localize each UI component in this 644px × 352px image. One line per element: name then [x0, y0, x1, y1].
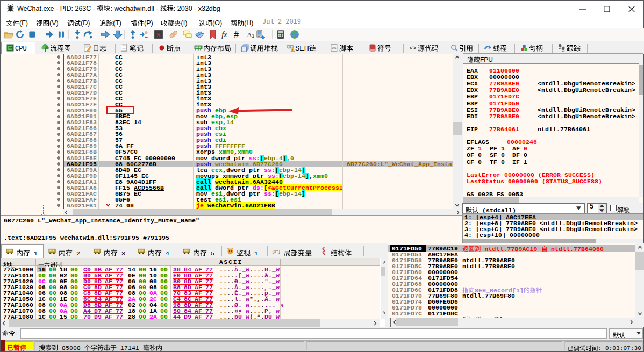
svg-text:32: 32: [9, 47, 12, 50]
svg-text:<>: <>: [332, 46, 337, 51]
svg-text:[x=]: [x=]: [272, 250, 280, 254]
svg-text:#: #: [234, 30, 239, 39]
svg-text:A: A: [247, 31, 252, 39]
svg-text:2: 2: [252, 33, 254, 39]
svg-text:fx: fx: [221, 30, 227, 39]
svg-text:S: S: [157, 31, 161, 39]
svg-text:<>: <>: [410, 45, 417, 51]
